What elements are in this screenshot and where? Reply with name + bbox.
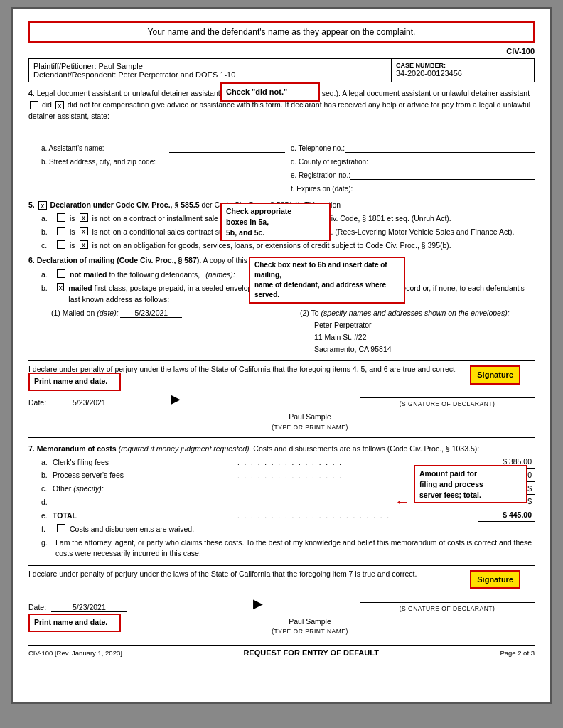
defendant-row: Defendant/Respondent: Peter Perpetrator …	[33, 70, 387, 79]
field-f-value[interactable]	[353, 183, 535, 193]
footer: CIV-100 [Rev. January 1, 2023] REQUEST F…	[28, 645, 535, 657]
case-number-label: CASE NUMBER:	[396, 62, 530, 69]
declare2-sig-row: Date: 5/23/2021 Print name and date. ▶ S…	[28, 583, 535, 614]
annotation-signature-1: Signature	[470, 365, 520, 385]
annotation-print-name-2: Print name and date.	[28, 614, 121, 632]
field-e-label: e. Registration no.:	[291, 170, 350, 181]
section6-text: A copy of this	[203, 256, 249, 264]
section4-spacer	[41, 168, 285, 182]
annotation-6b: Check box next to 6b and insert date of …	[249, 257, 405, 304]
section6-b-1: (1) Mailed on (date): 5/23/2021	[51, 308, 286, 355]
annotation-did-not: Check "did not."	[220, 82, 320, 102]
annotation-amount: Amount paid forfiling and processserver …	[414, 465, 527, 503]
red-arrow-icon: ←	[395, 490, 410, 513]
5c-is-checkbox[interactable]	[57, 240, 65, 249]
arrow-icon-1: ▶	[171, 390, 181, 409]
section4-spacer2	[41, 182, 285, 196]
annotation-signature-2: Signature	[470, 570, 520, 589]
field-c-value[interactable]	[345, 143, 535, 153]
section4-d: d. County of registration:	[291, 155, 535, 168]
footer-left: CIV-100 [Rev. January 1, 2023]	[28, 649, 122, 657]
field-b-label: b. Street address, city, and zip code:	[41, 156, 169, 167]
form-number: CIV-100	[28, 47, 535, 55]
case-number: 34-2020-00123456	[396, 69, 530, 77]
section7-text: Costs and disbursements are as follows (…	[253, 444, 479, 453]
section4-a: a. Assistant's name:	[41, 141, 285, 155]
6a-checkbox[interactable]	[57, 269, 65, 278]
defendant-label: Defendant/Respondent:	[33, 70, 116, 79]
did-checkbox[interactable]	[30, 101, 38, 109]
annotation-check-boxes: Check appropriateboxes in 5a,5b, and 5c.	[220, 203, 331, 241]
defendant-name: Peter Perpetrator and DOES 1-10	[118, 70, 235, 79]
declare2-name-sig: ▶ Signature (SIGNATURE OF DECLARANT)	[171, 583, 535, 614]
section7-title-italic: (required if money judgment requested).	[119, 444, 252, 453]
memo-row-e: e. TOTAL . . . . . . . . . . . . . . . .…	[41, 510, 535, 522]
field-d-value[interactable]	[368, 156, 535, 166]
declare2-sig-caption: (SIGNATURE OF DECLARANT)	[360, 604, 535, 614]
top-notice: Your name and the defendant's name as th…	[28, 21, 535, 43]
section7-f-text: Costs and disbursements are waived.	[70, 524, 194, 535]
declare1-print-name: Paul Sample	[85, 412, 535, 423]
plaintiff-name: Paul Sample	[99, 62, 143, 70]
declare1-sig-caption: (SIGNATURE OF DECLARANT)	[360, 400, 535, 409]
declare1-name-sig: ▶ Signature (SIGNATURE OF DECLARANT)	[171, 378, 535, 409]
field-d-label: d. County of registration:	[291, 156, 368, 167]
5b-is-not-checkbox[interactable]	[80, 227, 88, 235]
declare1-print-block: ▶	[171, 390, 345, 409]
5c-is-not-checkbox[interactable]	[80, 240, 88, 249]
section7-g-text: I am the attorney, agent, or party who c…	[55, 537, 535, 560]
section5-title: Declaration under Code Civ. Proc., § 585…	[50, 200, 200, 209]
5b-is-checkbox[interactable]	[57, 227, 65, 235]
section-5: 5. Declaration under Code Civ. Proc., § …	[28, 200, 535, 251]
declare2-print-block: ▶	[171, 594, 345, 614]
plaintiff-row: Plaintiff/Petitioner: Paul Sample	[33, 62, 387, 70]
section5-checkbox[interactable]	[38, 201, 47, 210]
section6-b-2: (2) To (specify names and addresses show…	[300, 308, 535, 355]
section4-fields: a. Assistant's name: c. Telephone no.: b…	[28, 141, 535, 196]
section4-text2: A legal document assistant or unlawful d…	[342, 89, 530, 97]
field-b-value[interactable]	[169, 156, 285, 166]
section7-g: g. I am the attorney, agent, or party wh…	[41, 537, 535, 560]
form-page: Your name and the defendant's name as th…	[11, 7, 552, 704]
header-right: CASE NUMBER: 34-2020-00123456	[392, 59, 534, 82]
section4-text3: for compensation give advice or assistan…	[92, 100, 500, 109]
section-6: 6. Declaration of mailing (Code Civ. Pro…	[28, 255, 535, 355]
declare2-date: Date: 5/23/2021 Print name and date.	[28, 602, 156, 614]
declare2-print-name: Paul Sample	[85, 616, 535, 628]
memo-amount-e: $ 445.00	[478, 510, 535, 522]
declare1-print-name-display: Paul Sample (TYPE OR PRINT NAME)	[28, 412, 535, 432]
section5-item-c: c. is is not on an obligation for goods,…	[41, 240, 535, 252]
5a-is-checkbox[interactable]	[57, 213, 65, 222]
7f-checkbox[interactable]	[57, 524, 65, 532]
5a-is-not-checkbox[interactable]	[80, 213, 88, 222]
declare2-date-value: 5/23/2021	[51, 603, 127, 612]
declare1-sig-row: Date: 5/23/2021 Print name and date. ▶ S…	[28, 378, 535, 409]
divider-1	[28, 437, 535, 438]
declare2-text: I declare under penalty of perjury under…	[28, 569, 535, 580]
declare1-date: Date: 5/23/2021 Print name and date.	[28, 397, 156, 409]
section7-title: Memorandum of costs	[37, 444, 117, 453]
field-a-value[interactable]	[169, 143, 285, 153]
section-4: 4. Legal document assistant or unlawful …	[28, 88, 535, 196]
section4-e: e. Registration no.:	[291, 168, 535, 182]
section-7: 7. Memorandum of costs (required if mone…	[28, 444, 535, 560]
section7-f: f. Costs and disbursements are waived.	[41, 524, 535, 535]
footer-right: Page 2 of 3	[500, 649, 535, 657]
field-f-label: f. Expires on (date):	[291, 183, 353, 194]
declare1-print-caption: (TYPE OR PRINT NAME)	[85, 423, 535, 432]
6b-checkbox[interactable]	[57, 283, 64, 291]
section4-row4: f. Expires on (date):	[41, 182, 535, 196]
declare1-date-value: 5/23/2021	[51, 398, 127, 407]
field-a-label: a. Assistant's name:	[41, 143, 169, 154]
field-c-label: c. Telephone no.:	[291, 143, 345, 154]
declare2-print-caption: (TYPE OR PRINT NAME)	[85, 627, 535, 636]
field-e-value[interactable]	[350, 170, 535, 180]
section4-row3: e. Registration no.:	[41, 168, 535, 182]
did-not-checkbox[interactable]	[55, 101, 64, 109]
section4-f: f. Expires on (date):	[291, 182, 535, 196]
header-left: Plaintiff/Petitioner: Paul Sample Defend…	[29, 59, 392, 82]
section5-c-text: on an obligation for goods, services, lo…	[113, 240, 451, 252]
section7-header: 7. Memorandum of costs (required if mone…	[28, 444, 535, 455]
section4-c: c. Telephone no.:	[291, 141, 535, 155]
section6-b-sub: (1) Mailed on (date): 5/23/2021 (2) To (…	[41, 308, 535, 355]
